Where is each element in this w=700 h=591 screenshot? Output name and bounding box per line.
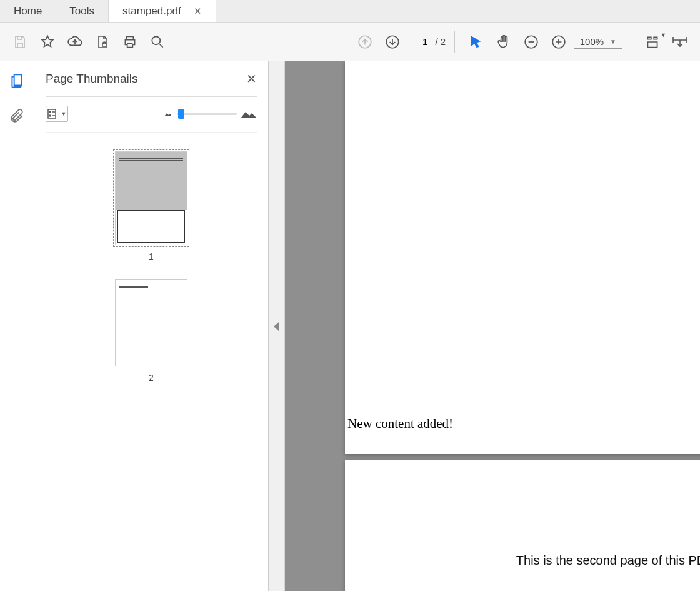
tab-document[interactable]: stamped.pdf ✕ — [108, 0, 216, 22]
svg-rect-5 — [48, 109, 56, 118]
zoom-in-button[interactable] — [546, 29, 571, 54]
attachments-rail-button[interactable] — [9, 108, 25, 126]
chevron-down-icon: ▼ — [606, 38, 620, 45]
page-number-input[interactable] — [408, 34, 429, 49]
thumbnails-panel: Page Thumbnails ✕ ▼ 1 — [34, 61, 269, 591]
star-button[interactable] — [35, 29, 60, 54]
pdf-page-2: This is the second page of this PDF file… — [345, 460, 700, 591]
thumbnail-1[interactable]: 1 — [115, 151, 188, 261]
protect-button[interactable] — [90, 29, 115, 54]
svg-point-0 — [152, 36, 160, 44]
tab-home[interactable]: Home — [0, 0, 56, 22]
close-panel-button[interactable]: ✕ — [246, 71, 257, 86]
document-view[interactable]: New content added! This is the second pa… — [285, 61, 700, 591]
prev-page-button[interactable] — [352, 29, 378, 54]
fit-width-button[interactable]: ▼ — [640, 29, 665, 54]
save-button[interactable] — [8, 29, 32, 54]
pdf-page-1: New content added! — [345, 61, 700, 454]
print-button[interactable] — [118, 29, 142, 54]
zoom-dropdown[interactable]: 100% ▼ — [574, 35, 622, 49]
svg-point-6 — [49, 111, 51, 113]
thumbnails-rail-button[interactable] — [9, 73, 25, 91]
thumbnail-options-button[interactable]: ▼ — [46, 106, 68, 122]
page-total-label: / 2 — [435, 36, 446, 47]
tab-tools[interactable]: Tools — [56, 0, 108, 22]
thumbnail-2-number: 2 — [149, 373, 154, 383]
next-page-button[interactable] — [380, 29, 405, 54]
search-button[interactable] — [145, 29, 170, 54]
thumbnail-size-slider[interactable] — [163, 109, 257, 119]
large-thumb-icon — [241, 109, 257, 119]
tab-strip: Home Tools stamped.pdf ✕ — [0, 0, 700, 23]
tab-document-title: stamped.pdf — [122, 5, 181, 18]
scroll-mode-button[interactable] — [668, 29, 692, 54]
hand-tool-button[interactable] — [491, 29, 516, 54]
page1-added-text: New content added! — [348, 416, 453, 432]
toolbar-separator — [454, 31, 455, 53]
svg-point-7 — [49, 115, 51, 116]
close-tab-icon[interactable]: ✕ — [194, 6, 202, 17]
thumbnail-2[interactable]: 2 — [115, 279, 188, 383]
zoom-out-button[interactable] — [519, 29, 544, 54]
thumbnail-1-number: 1 — [149, 251, 154, 261]
panel-title: Page Thumbnails — [46, 72, 138, 86]
slider-track[interactable] — [177, 113, 237, 115]
collapse-left-icon — [274, 322, 279, 331]
toolbar: / 2 100% ▼ ▼ — [0, 23, 700, 61]
slider-thumb[interactable] — [178, 109, 184, 119]
side-rail — [0, 61, 34, 591]
zoom-value: 100% — [576, 36, 604, 47]
page2-text: This is the second page of this PDF file… — [516, 553, 700, 591]
small-thumb-icon — [163, 110, 173, 118]
cloud-upload-button[interactable] — [62, 29, 88, 54]
panel-splitter[interactable] — [269, 61, 285, 591]
selection-tool-button[interactable] — [464, 29, 489, 54]
